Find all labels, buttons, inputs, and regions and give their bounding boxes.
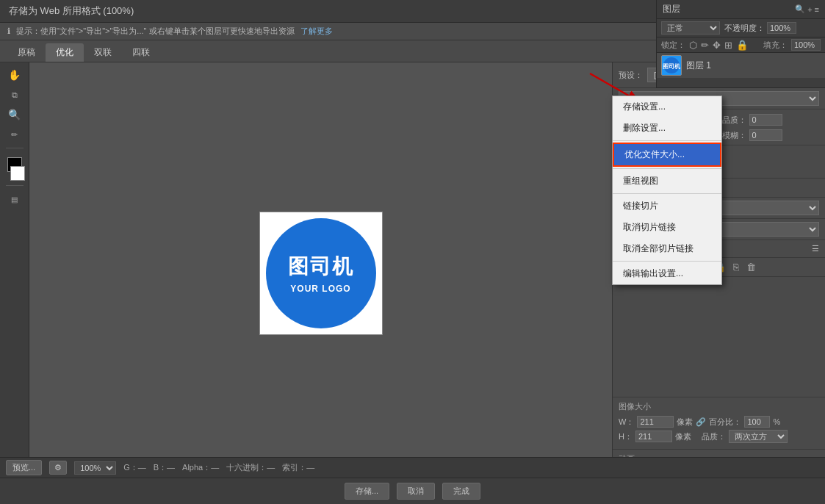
lock-pixels-btn[interactable]: ✏ [701,40,709,51]
logo-sub-text: YOUR LOGO [290,284,350,294]
width-unit: 像素 [677,417,693,428]
bottom-center: 存储... 取消 完成 [345,483,480,500]
layer-name: 图层 1 [686,60,711,72]
g-value: G：— [123,462,146,473]
layer-thumb-svg: 图司机 [662,56,681,75]
percent-label: 百分比： [709,417,741,428]
height-unit: 像素 [675,431,691,442]
chain-icon: 🔗 [696,417,706,427]
width-input[interactable] [637,416,674,428]
canvas-area: 图司机 YOUR LOGO JPEG 3.864K 2 秒 @ 56.6 Kbp… [29,62,612,500]
image-size-title: 图像大小 [619,401,819,412]
menu-edit-output[interactable]: 编辑输出设置... [613,263,721,284]
layer-lock-row: 锁定： ⬡ ✏ ✥ ⊞ 🔒 填充： [657,37,825,53]
lock-label: 锁定： [661,40,685,51]
layers-header: 图层 🔍 + ≡ [657,0,825,19]
tab-original[interactable]: 原稿 [7,43,46,62]
menu-save-settings[interactable]: 存储设置... [613,96,721,118]
tab-optimized[interactable]: 优化 [46,43,84,62]
b-value: B：— [154,462,175,473]
layers-panel: 图层 🔍 + ≡ 正常 不透明度： 锁定： ⬡ ✏ ✥ ⊞ 🔒 填充： 图司机 [656,0,825,88]
menu-link-slices[interactable]: 链接切片 [613,195,721,217]
lock-artboard-btn[interactable]: ⊞ [724,40,732,51]
learn-more-link[interactable]: 了解更多 [300,26,333,37]
percent-input[interactable] [744,416,770,428]
resample-quality-select[interactable]: 两次立方 [729,430,788,443]
status-strip: 预览... ⚙ 100% G：— B：— Alpha：— 十六进制：— 索引：— [0,457,825,478]
layer-blend-row: 正常 不透明度： [657,19,825,37]
fill-input[interactable] [791,39,821,51]
slice-visibility-tool[interactable]: ▤ [4,190,25,208]
alpha-value: Alpha：— [182,462,219,473]
menu-separator-4 [613,261,721,262]
toolbar-separator-2 [6,185,24,186]
resample-quality-label: 品质： [702,431,726,442]
background-color[interactable] [10,166,25,181]
quality-input[interactable] [749,114,782,126]
height-row: H： 像素 品质： 两次立方 [619,430,819,443]
color-table-menu[interactable]: ☰ [812,244,819,253]
hint-icon: ℹ [7,26,10,36]
canvas-image: 图司机 YOUR LOGO [259,212,383,335]
eyedropper-tool[interactable]: ✏ [4,126,25,143]
color-table-area [613,277,825,397]
zoom-select[interactable]: 100% [74,461,116,475]
blur-label: 模糊： [722,130,746,141]
logo-preview: 图司机 YOUR LOGO [266,218,376,328]
menu-unlink-slice[interactable]: 取消切片链接 [613,217,721,238]
hint-text: 提示：使用"文件">"导出">"导出为..." 或右键单击某个图层可更快速地导出… [16,26,295,37]
toolbar-separator [6,148,24,148]
slice-tool[interactable]: ⧉ [4,86,25,104]
layers-search-btn[interactable]: 🔍 [795,4,805,14]
menu-reset-view[interactable]: 重组视图 [613,170,721,192]
logo-main-text: 图司机 [288,253,354,281]
fill-label: 填充： [763,40,788,51]
gear-button[interactable]: ⚙ [49,461,67,475]
menu-separator-1 [613,140,721,141]
blur-input[interactable] [749,129,782,141]
layers-title: 图层 [663,3,680,15]
layer-thumbnail: 图司机 [661,55,682,76]
layers-menu-btn[interactable]: ≡ [815,4,819,14]
quality-value-row: 品质： [722,113,820,126]
opacity-label: 不透明度： [724,23,765,34]
color-boxes [4,157,25,181]
bottom-toolbar: 存储... 取消 完成 [0,478,825,504]
zoom-tool[interactable]: 🔍 [4,106,25,123]
lock-transparent-btn[interactable]: ⬡ [689,40,697,51]
hex-value: 十六进制：— [226,462,275,473]
layers-add-btn[interactable]: + [807,4,812,14]
tab-quad[interactable]: 四联 [122,43,160,62]
tab-double[interactable]: 双联 [84,43,122,62]
delete-tool-btn[interactable]: 🗑 [746,262,756,273]
menu-delete-settings[interactable]: 删除设置... [613,118,721,139]
quality-label: 品质： [722,115,746,126]
height-label: H： [619,431,633,442]
layers-controls: 🔍 + ≡ [795,4,819,14]
dropdown-menu: 存储设置... 删除设置... 优化文件大小... 重组视图 链接切片 取消切片… [612,96,722,285]
layer-row[interactable]: 图司机 图层 1 [657,53,825,78]
cancel-button[interactable]: 取消 [397,483,435,500]
percent-unit: % [773,417,780,426]
index-value: 索引：— [282,462,314,473]
title-text: 存储为 Web 所用格式 (100%) [9,5,134,16]
lock-all-btn[interactable]: 🔒 [736,40,749,51]
blur-row: 模糊： [722,129,820,141]
menu-optimize-size[interactable]: 优化文件大小... [613,143,721,167]
opacity-row: 不透明度： [724,22,796,34]
image-size-section: 图像大小 W： 像素 🔗 百分比： % H： 像素 品质： 两次立方 [613,397,825,449]
preview-button[interactable]: 预览... [6,460,42,475]
menu-unlink-all[interactable]: 取消全部切片链接 [613,238,721,259]
done-button[interactable]: 完成 [442,483,480,500]
copy-tool-btn[interactable]: ⎘ [733,262,739,273]
svg-text:图司机: 图司机 [663,63,681,70]
menu-separator-3 [613,193,721,194]
save-button[interactable]: 存储... [345,483,389,500]
blend-mode-select[interactable]: 正常 [661,21,720,35]
menu-separator-2 [613,168,721,169]
opacity-input[interactable] [767,22,796,34]
preset-label: 预设： [619,70,643,81]
height-input[interactable] [635,431,672,442]
hand-tool[interactable]: ✋ [4,66,25,84]
lock-position-btn[interactable]: ✥ [713,40,721,51]
